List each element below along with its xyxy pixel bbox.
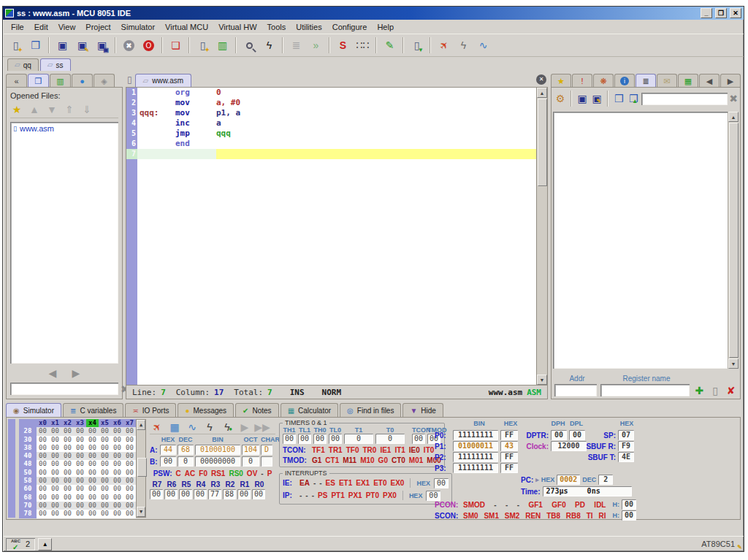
- tab-scroll-tabs-left-icon[interactable]: ◀: [699, 74, 720, 87]
- pcon-bit-gf0[interactable]: GF0: [552, 501, 565, 509]
- mem-cell[interactable]: 00: [61, 444, 74, 452]
- mem-cell[interactable]: 00: [123, 477, 136, 485]
- code-line-4[interactable]: 4inca: [126, 118, 536, 129]
- tab-calculator[interactable]: ▦Calculator: [280, 403, 338, 417]
- scon-bit-tb8[interactable]: TB8: [546, 512, 560, 520]
- pcon-bit-dash[interactable]: -: [494, 501, 496, 509]
- reg-b-dec[interactable]: 0: [178, 456, 194, 467]
- time-value[interactable]: 273µs0ns: [543, 486, 632, 496]
- mem-cell[interactable]: 00: [74, 469, 86, 477]
- code-line-1[interactable]: 1org0: [126, 88, 536, 98]
- mem-cell[interactable]: 00: [61, 502, 74, 510]
- save-as-icon[interactable]: ▣✎: [73, 37, 91, 55]
- menu-utilities[interactable]: Utilities: [291, 21, 327, 33]
- mcu-8051-icon[interactable]: S: [334, 37, 352, 55]
- mem-cell[interactable]: 00: [99, 427, 111, 435]
- register-name-input[interactable]: [600, 384, 690, 396]
- tab-collapse-panel-icon[interactable]: «: [6, 74, 27, 87]
- ip-bit-pt0[interactable]: PT0: [366, 491, 379, 499]
- close-button[interactable]: ✕: [730, 8, 741, 18]
- sp-value[interactable]: 07: [618, 430, 634, 440]
- move-down-icon[interactable]: ▼: [45, 104, 58, 115]
- pc-hex-value[interactable]: 0002: [557, 475, 580, 485]
- ie-bit-ex0[interactable]: EX0: [391, 479, 405, 487]
- mem-cell[interactable]: 00: [74, 510, 86, 518]
- mem-cell[interactable]: 00: [123, 444, 136, 452]
- reg-b-hex[interactable]: 00: [160, 456, 176, 467]
- tab-file-notes-tab-icon[interactable]: ◈: [94, 74, 115, 87]
- psw-bit-c[interactable]: C: [176, 469, 181, 477]
- mem-cell[interactable]: 00: [111, 494, 123, 502]
- mem-cell[interactable]: 00: [49, 477, 61, 485]
- mem-cell[interactable]: 00: [86, 494, 99, 502]
- tcon-bit-ie1[interactable]: IE1: [380, 446, 391, 454]
- sbuf-r-value[interactable]: F9: [618, 441, 634, 451]
- menu-edit[interactable]: Edit: [29, 21, 53, 33]
- mem-cell[interactable]: 00: [86, 460, 99, 468]
- tab-opened-files-tab-icon[interactable]: ❒: [28, 74, 49, 87]
- reg-a-dec[interactable]: 68: [178, 445, 194, 455]
- mem-cell[interactable]: 00: [49, 485, 61, 493]
- bookmark-icon[interactable]: ★: [10, 104, 23, 115]
- project-details-icon[interactable]: ▥: [213, 37, 232, 55]
- move-bottom-icon[interactable]: ⇓: [80, 104, 94, 115]
- tcon-bit-tr1[interactable]: TR1: [329, 446, 343, 454]
- save-watches-as-icon[interactable]: ▣✎: [590, 91, 603, 106]
- line-number[interactable]: 2: [126, 98, 137, 108]
- move-top-icon[interactable]: ⇑: [63, 104, 76, 115]
- timer-value-th1[interactable]: 00: [283, 434, 296, 444]
- psw-bit-dash[interactable]: -: [261, 469, 263, 477]
- mem-cell[interactable]: 00: [123, 494, 136, 502]
- psw-bit-f0[interactable]: F0: [199, 469, 207, 477]
- mem-cell[interactable]: 00: [61, 427, 74, 435]
- pcon-bit-pd[interactable]: PD: [575, 501, 585, 509]
- ip-bit-ps[interactable]: PS: [318, 491, 327, 499]
- editor-tab-www-asm[interactable]: ▱ www.asm: [135, 74, 192, 87]
- tmod-bit-ct1[interactable]: CT1: [325, 456, 339, 464]
- scon-bit-ren[interactable]: REN: [525, 512, 541, 520]
- mem-cell[interactable]: 00: [111, 460, 123, 468]
- save-icon[interactable]: ▣: [53, 37, 72, 55]
- spellcheck-indicator[interactable]: ABC ✓ 2: [6, 538, 35, 551]
- panel-grip[interactable]: [8, 419, 15, 518]
- import-watches-icon[interactable]: ❒▲: [627, 91, 640, 106]
- mem-cell[interactable]: 00: [111, 427, 123, 435]
- reg-b-char[interactable]: [261, 456, 272, 467]
- psw-bit-ac[interactable]: AC: [185, 469, 195, 477]
- new-project-icon[interactable]: ▯✦: [194, 37, 212, 55]
- timer-value-tcon[interactable]: 00: [412, 434, 425, 444]
- timer-value-tl0[interactable]: 00: [329, 434, 342, 444]
- pc-dec-value[interactable]: 2: [598, 475, 613, 485]
- keypad-icon[interactable]: ∷∷: [354, 37, 372, 55]
- mem-cell[interactable]: 00: [111, 485, 123, 493]
- psw-bit-rs1[interactable]: RS1: [211, 469, 225, 477]
- ip-bit-dash[interactable]: -: [312, 491, 314, 499]
- maximize-button[interactable]: ❐: [715, 8, 727, 18]
- tcon-bit-tr0[interactable]: TR0: [362, 446, 376, 454]
- tmod-bit-m11[interactable]: M11: [343, 456, 356, 464]
- timer-value-t1[interactable]: 0: [344, 434, 373, 444]
- mem-cell[interactable]: 00: [111, 452, 123, 460]
- stepper-icon[interactable]: ≣: [287, 37, 305, 55]
- ie-bit-es[interactable]: ES: [326, 479, 335, 487]
- sim-step-over-icon[interactable]: ϟ●: [220, 421, 234, 434]
- editor-write-icon[interactable]: ✎: [381, 37, 399, 55]
- save-watches-icon[interactable]: ▣: [576, 91, 589, 106]
- ie-bit-et0[interactable]: ET0: [373, 479, 386, 487]
- scon-bit-sm0[interactable]: SM0: [463, 512, 478, 520]
- reg-r1-value[interactable]: 00: [237, 489, 251, 499]
- mem-cell[interactable]: 00: [123, 436, 136, 444]
- mem-cell[interactable]: 00: [99, 502, 111, 510]
- tab-subprograms-tab-icon[interactable]: ✉: [657, 74, 677, 87]
- editor-close-icon[interactable]: ✕: [536, 74, 546, 85]
- scon-bit-sm2[interactable]: SM2: [505, 512, 520, 520]
- scon-bit-rb8[interactable]: RB8: [566, 512, 581, 520]
- scroll-up-icon[interactable]: ▲: [537, 88, 547, 98]
- sim-run-icon[interactable]: ▶: [237, 421, 252, 434]
- tab-simulator[interactable]: ◉Simulator: [6, 403, 61, 417]
- mem-cell[interactable]: 00: [37, 444, 49, 452]
- tab-project-files-tab-icon[interactable]: ▥: [50, 74, 71, 87]
- next-file-icon[interactable]: ▶: [69, 367, 83, 379]
- ie-bit-et1[interactable]: ET1: [339, 479, 352, 487]
- scroll-up-icon[interactable]: ▲: [137, 420, 145, 430]
